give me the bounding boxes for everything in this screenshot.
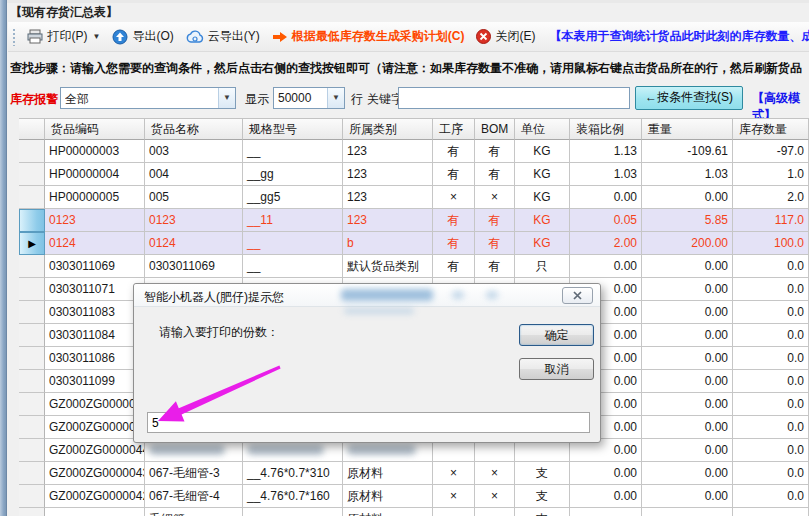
cell-unit[interactable]: 支 (515, 508, 570, 516)
cell-stock[interactable]: 0.0 (733, 324, 809, 347)
cell-weight[interactable]: 0.00 (642, 347, 733, 370)
table-row[interactable]: 01230123__11123有有KG0.055.85117.0 (19, 209, 809, 232)
cell-stock[interactable]: 1.0 (733, 163, 809, 186)
cell-proc[interactable]: × (433, 485, 475, 508)
column-header[interactable]: 货品编码 (45, 118, 145, 140)
row-selector-cell[interactable] (19, 209, 45, 232)
cell-weight[interactable]: 0.00 (642, 439, 733, 462)
cell-bom[interactable]: × (475, 462, 515, 485)
cell-category[interactable]: 默认货品类别 (343, 255, 433, 278)
cell-proc[interactable]: 有 (433, 232, 475, 255)
cell-spec[interactable]: __4.76*0.7*160 (243, 485, 343, 508)
cell-ratio[interactable]: 0.00 (570, 255, 642, 278)
column-header[interactable]: 货品名称 (145, 118, 243, 140)
cell-stock[interactable]: 0.0 (733, 347, 809, 370)
cell-bom[interactable]: × (475, 186, 515, 209)
cell-stock[interactable]: -97.0 (733, 140, 809, 163)
cell-proc[interactable]: 有 (433, 255, 475, 278)
dialog-titlebar[interactable]: 智能小机器人(肥仔)提示您 (134, 284, 600, 307)
cell-stock[interactable]: 0.0 (733, 370, 809, 393)
ok-button[interactable]: 确定 (519, 324, 594, 346)
column-header[interactable]: BOM (475, 118, 515, 140)
cell-weight[interactable]: 1.03 (642, 163, 733, 186)
row-selector-cell[interactable] (19, 462, 45, 485)
cell-bom[interactable]: 有 (475, 232, 515, 255)
row-selector-cell[interactable] (19, 508, 45, 516)
cell-code[interactable]: 0303011084 (45, 324, 145, 347)
cell-code[interactable]: HP00000003 (45, 140, 145, 163)
cell-weight[interactable]: 0.00 (642, 324, 733, 347)
row-selector-cell[interactable] (19, 393, 45, 416)
column-header[interactable]: 装箱比例 (570, 118, 642, 140)
cell-unit[interactable]: KG (515, 232, 570, 255)
row-selector-cell[interactable] (19, 416, 45, 439)
cell-stock[interactable]: 117.0 (733, 209, 809, 232)
cell-name[interactable]: 067-毛细管-3 (145, 462, 243, 485)
cell-ratio[interactable]: 0.00 (570, 462, 642, 485)
table-row[interactable]: GZ000ZG0000042067-毛细管-4__4.76*0.7*160原材料… (19, 485, 809, 508)
cell-code[interactable]: 0123 (45, 209, 145, 232)
cell-code[interactable]: GZ000ZG0000046 (45, 416, 145, 439)
row-selector-cell[interactable] (19, 301, 45, 324)
cell-stock[interactable]: 0.0 (733, 255, 809, 278)
cell-name[interactable]: 0303011069 (145, 255, 243, 278)
row-selector-cell[interactable] (19, 140, 45, 163)
row-selector-cell[interactable] (19, 186, 45, 209)
table-row[interactable]: HP00000004004__gg123有有KG1.031.031.0 (19, 163, 809, 186)
cell-spec[interactable] (243, 508, 343, 516)
cell-bom[interactable]: 有 (475, 255, 515, 278)
cell-stock[interactable]: 100.0 (733, 232, 809, 255)
cell-category[interactable]: 原材料 (343, 462, 433, 485)
cell-weight[interactable] (642, 508, 733, 516)
cell-spec[interactable]: __4.76*0.7*310 (243, 462, 343, 485)
search-by-condition-button[interactable]: ←按条件查找(S) (635, 86, 743, 110)
close-button[interactable]: 关闭(E) (470, 25, 541, 48)
cancel-button[interactable]: 取消 (519, 358, 594, 380)
cell-code[interactable]: GZ000ZG0000042 (45, 485, 145, 508)
cell-category[interactable]: b (343, 232, 433, 255)
cell-spec[interactable]: __ (243, 232, 343, 255)
cell-weight[interactable]: -109.61 (642, 140, 733, 163)
cell-spec[interactable]: __ (243, 140, 343, 163)
cell-code[interactable]: GZ000ZG0000044 (45, 439, 145, 462)
generate-purchase-plan-button[interactable]: 根据最低库存数生成采购计划(C) (266, 25, 471, 48)
keyword-input[interactable] (398, 87, 630, 109)
table-row[interactable]: HP00000003003__123有有KG1.13-109.61-97.0 (19, 140, 809, 163)
cell-stock[interactable]: 0.0 (733, 439, 809, 462)
cell-name[interactable]: 0124 (145, 232, 243, 255)
cell-weight[interactable]: 0.00 (642, 301, 733, 324)
cell-weight[interactable]: 0.00 (642, 186, 733, 209)
cell-weight[interactable]: 0.00 (642, 370, 733, 393)
dialog-close-button[interactable] (562, 287, 593, 304)
cell-weight[interactable]: 0.00 (642, 393, 733, 416)
cell-bom[interactable]: 有 (475, 163, 515, 186)
cell-category[interactable]: 123 (343, 186, 433, 209)
row-selector-cell[interactable] (19, 439, 45, 462)
column-header[interactable]: 单位 (515, 118, 570, 140)
cell-ratio[interactable] (570, 508, 642, 516)
cell-ratio[interactable]: 2.00 (570, 232, 642, 255)
cell-proc[interactable]: × (433, 186, 475, 209)
cell-stock[interactable]: 0.0 (733, 278, 809, 301)
cell-ratio[interactable]: 0.00 (570, 485, 642, 508)
cell-bom[interactable]: 有 (475, 140, 515, 163)
cloud-export-button[interactable]: 云导出(Y) (180, 25, 266, 48)
cell-code[interactable]: 0124 (45, 232, 145, 255)
cell-weight[interactable]: 0.00 (642, 278, 733, 301)
export-button[interactable]: 导出(O) (106, 25, 179, 48)
cell-category[interactable]: 原材料 (343, 485, 433, 508)
cell-stock[interactable]: 0.0 (733, 416, 809, 439)
row-selector-cell[interactable] (19, 347, 45, 370)
row-selector-cell[interactable] (19, 485, 45, 508)
cell-bom[interactable] (475, 508, 515, 516)
cell-stock[interactable]: 0.0 (733, 485, 809, 508)
column-header[interactable]: 所属类别 (343, 118, 433, 140)
cell-proc[interactable]: 有 (433, 140, 475, 163)
cell-name[interactable]: 003 (145, 140, 243, 163)
cell-stock[interactable]: 0.0 (733, 462, 809, 485)
cell-bom[interactable]: × (475, 485, 515, 508)
cell-code[interactable]: 0303011099 (45, 370, 145, 393)
cell-code[interactable]: HP00000005 (45, 186, 145, 209)
copies-input[interactable] (147, 412, 590, 433)
cell-proc[interactable] (433, 508, 475, 516)
